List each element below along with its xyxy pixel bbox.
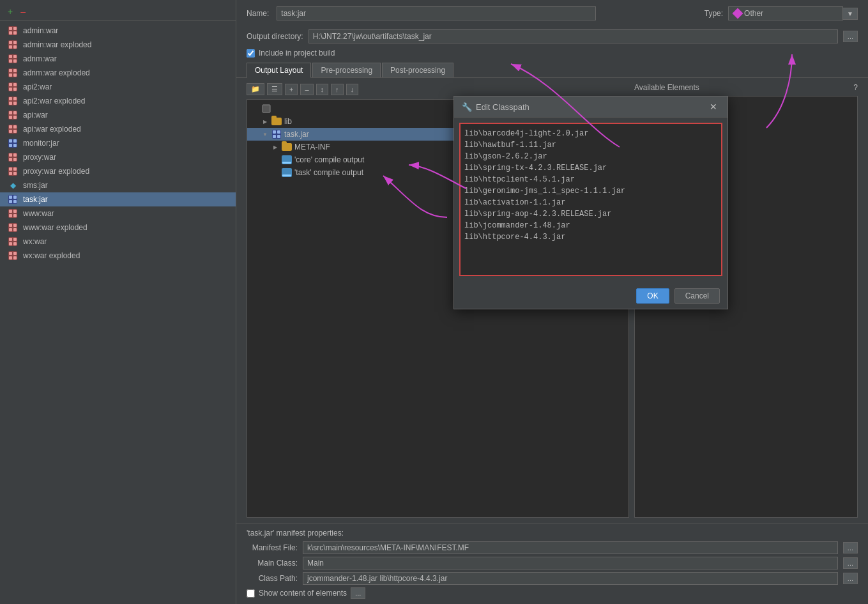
war-icon xyxy=(8,54,18,64)
tab-output-layout[interactable]: Output Layout xyxy=(247,63,311,78)
svg-rect-32 xyxy=(13,111,17,114)
artifact-item[interactable]: api2:war xyxy=(0,80,236,94)
svg-rect-76 xyxy=(9,252,12,255)
left-toolbar: + – xyxy=(0,3,236,21)
folder-icon xyxy=(271,118,282,125)
war-icon xyxy=(8,208,18,219)
war-icon xyxy=(8,96,18,106)
war-icon xyxy=(8,40,18,50)
modal-header: 🔧 Edit Classpath ✕ xyxy=(454,97,727,118)
svg-rect-26 xyxy=(9,97,12,100)
output-dir-input[interactable] xyxy=(308,29,838,43)
artifact-item[interactable]: admin:war xyxy=(0,24,236,38)
output-up-btn[interactable]: ↑ xyxy=(331,84,344,95)
type-select-container: Other ▼ xyxy=(728,6,858,20)
artifact-list: admin:waradmin:war explodedadnm:waradnm:… xyxy=(0,24,236,263)
svg-rect-71 xyxy=(9,238,12,241)
artifact-item[interactable]: task:jar xyxy=(0,192,236,206)
output-dir-label: Output directory: xyxy=(247,32,303,41)
war-icon xyxy=(8,222,18,233)
output-remove-btn[interactable]: – xyxy=(300,84,313,95)
artifact-item[interactable]: wx:war exploded xyxy=(0,249,236,263)
manifest-file-label: Manifest File: xyxy=(247,543,298,552)
svg-rect-63 xyxy=(9,214,12,217)
type-dropdown-button[interactable]: ▼ xyxy=(843,8,858,20)
include-checkbox-row: Include in project build xyxy=(236,46,868,60)
manifest-file-input[interactable] xyxy=(303,541,838,554)
artifact-name: www:war xyxy=(23,209,54,218)
output-dir-browse-button[interactable]: ... xyxy=(843,31,858,42)
remove-artifact-button[interactable]: – xyxy=(18,5,28,18)
output-sort-btn[interactable]: ↕ xyxy=(316,84,329,95)
tab-preprocessing[interactable]: Pre-processing xyxy=(312,63,381,77)
svg-rect-6 xyxy=(9,41,12,44)
svg-rect-42 xyxy=(13,139,17,143)
tree-item-label: META-INF xyxy=(294,143,330,151)
output-down-btn[interactable]: ↓ xyxy=(346,84,359,95)
artifact-item[interactable]: proxy:war xyxy=(0,150,236,164)
modal-cancel-button[interactable]: Cancel xyxy=(674,288,720,304)
jar-tree-icon xyxy=(271,129,282,139)
svg-rect-53 xyxy=(9,172,12,175)
output-add-btn[interactable]: + xyxy=(285,84,298,95)
svg-rect-24 xyxy=(13,88,17,91)
artifact-item[interactable]: www:war exploded xyxy=(0,221,236,235)
modal-close-button[interactable]: ✕ xyxy=(707,102,720,112)
svg-rect-44 xyxy=(13,144,17,147)
svg-rect-29 xyxy=(13,102,17,105)
artifact-item[interactable]: api:war xyxy=(0,108,236,122)
show-content-checkbox[interactable] xyxy=(247,589,255,598)
artifact-name: api2:war exploded xyxy=(23,97,85,105)
artifact-item[interactable]: ◆sms:jar xyxy=(0,178,236,192)
manifest-class-path-browse[interactable]: ... xyxy=(843,573,858,584)
war-icon xyxy=(8,110,18,120)
svg-rect-7 xyxy=(13,41,17,44)
include-checkbox[interactable] xyxy=(247,49,255,58)
artifact-name: api:war xyxy=(23,111,48,120)
artifact-name: adnm:war exploded xyxy=(23,68,90,77)
manifest-file-browse[interactable]: ... xyxy=(843,542,858,554)
svg-rect-85 xyxy=(277,135,280,138)
tree-arrow xyxy=(261,130,269,138)
tab-postprocessing[interactable]: Post-processing xyxy=(382,63,453,77)
manifest-class-path-row: Class Path: ... xyxy=(247,572,858,585)
name-label: Name: xyxy=(247,9,269,18)
artifact-item[interactable]: admin:war exploded xyxy=(0,38,236,52)
name-input[interactable] xyxy=(277,6,596,20)
show-content-label: Show content of elements xyxy=(259,589,347,598)
right-panel: Name: Type: Other ▼ Output directory: ..… xyxy=(236,0,868,604)
artifact-item[interactable]: monitor:jar xyxy=(0,136,236,150)
output-dir-row: Output directory: ... xyxy=(236,27,868,46)
manifest-main-class-browse[interactable]: ... xyxy=(843,557,858,569)
output-list-btn[interactable]: ☰ xyxy=(267,83,282,95)
war-icon xyxy=(8,251,18,261)
artifact-item[interactable]: api:war exploded xyxy=(0,122,236,136)
artifact-item[interactable]: www:war xyxy=(0,206,236,221)
svg-rect-77 xyxy=(13,252,17,255)
modal-ok-button[interactable]: OK xyxy=(636,288,669,304)
manifest-main-class-input[interactable] xyxy=(303,557,838,569)
manifest-section: 'task.jar' manifest properties: Manifest… xyxy=(236,523,868,604)
compile-icon xyxy=(282,155,292,164)
tree-arrow xyxy=(271,143,279,151)
svg-rect-11 xyxy=(9,55,12,58)
svg-rect-78 xyxy=(9,256,12,259)
manifest-main-class-row: Main Class: ... xyxy=(247,557,858,569)
artifact-item[interactable]: adnm:war exploded xyxy=(0,66,236,80)
svg-rect-74 xyxy=(13,242,17,245)
artifact-name: sms:jar xyxy=(23,181,48,190)
tree-item-label: 'task' compile output xyxy=(294,168,363,177)
available-elements-help[interactable]: ? xyxy=(853,83,858,92)
artifact-item[interactable]: wx:war xyxy=(0,235,236,249)
svg-rect-18 xyxy=(9,74,12,77)
add-artifact-button[interactable]: + xyxy=(5,5,15,18)
artifact-item[interactable]: api2:war exploded xyxy=(0,94,236,108)
modal-title-text: Edit Classpath xyxy=(476,102,529,112)
type-select-box[interactable]: Other xyxy=(728,6,843,20)
output-folder-btn[interactable]: 📁 xyxy=(247,83,264,95)
artifact-item[interactable]: adnm:war xyxy=(0,52,236,66)
classpath-textarea[interactable] xyxy=(459,123,722,276)
manifest-class-path-input[interactable] xyxy=(303,572,838,585)
show-content-browse[interactable]: ... xyxy=(351,587,365,599)
artifact-item[interactable]: proxy:war exploded xyxy=(0,164,236,178)
